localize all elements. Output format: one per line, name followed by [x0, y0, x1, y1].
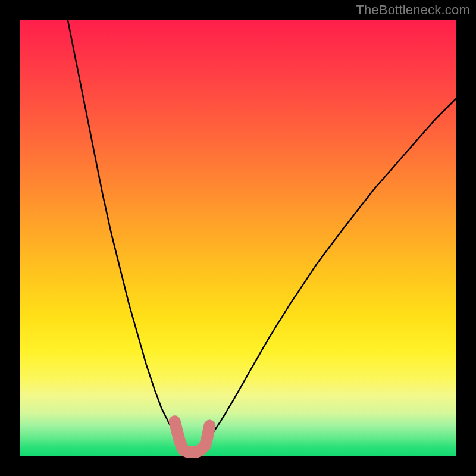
plot-area — [20, 20, 456, 456]
optimal-highlight — [175, 421, 210, 452]
right-curve — [205, 98, 456, 443]
chart-container: TheBottleneck.com — [0, 0, 476, 476]
curves-svg — [20, 20, 456, 456]
watermark-text: TheBottleneck.com — [356, 2, 470, 18]
left-curve — [68, 20, 179, 443]
